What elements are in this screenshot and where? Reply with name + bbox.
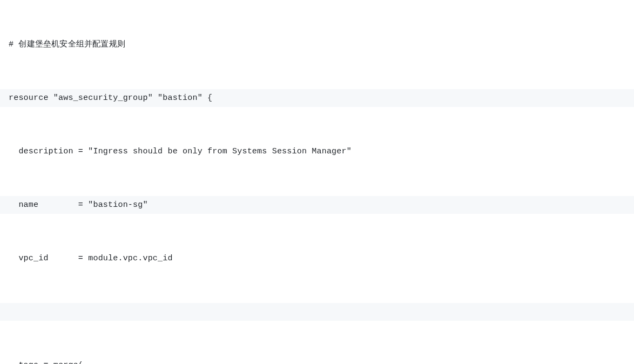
code-text: resource "aws_security_group" "bastion" …: [9, 89, 212, 107]
code-line: description = "Ingress should be only fr…: [0, 143, 634, 160]
code-line: tags = merge(: [0, 356, 634, 364]
code-line: name = "bastion-sg": [0, 196, 634, 214]
code-line: vpc_id = module.vpc.vpc_id: [0, 250, 634, 267]
code-line: # 创建堡垒机安全组并配置规则: [0, 36, 634, 53]
code-text: name = "bastion-sg": [9, 196, 148, 214]
code-line: [0, 303, 634, 321]
code-text: description = "Ingress should be only fr…: [9, 143, 352, 160]
code-text: # 创建堡垒机安全组并配置规则: [9, 36, 125, 53]
code-block: # 创建堡垒机安全组并配置规则 resource "aws_security_g…: [0, 0, 634, 364]
code-line: resource "aws_security_group" "bastion" …: [0, 89, 634, 107]
code-text: vpc_id = module.vpc.vpc_id: [9, 250, 173, 267]
code-text: tags = merge(: [9, 356, 83, 364]
